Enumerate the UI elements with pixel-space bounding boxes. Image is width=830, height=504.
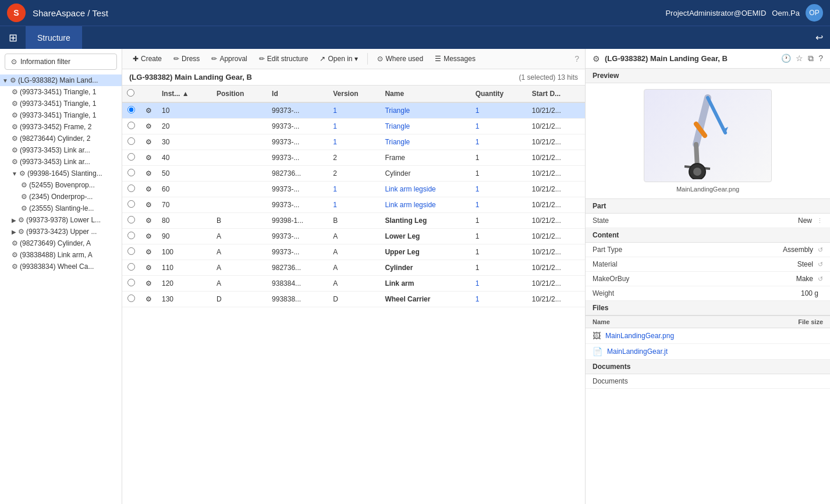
tree-item[interactable]: ▶ ⚙ (99373-3423) Upper ... — [0, 226, 122, 237]
table-row[interactable]: ⚙80B99398-1...BSlanting Leg110/21/2... — [122, 213, 585, 229]
row-id: 993838... — [267, 292, 328, 307]
messages-button[interactable]: ☰ Messages — [430, 52, 480, 65]
select-all-radio[interactable] — [127, 89, 134, 97]
row-radio[interactable] — [127, 169, 135, 176]
table-row[interactable]: ⚙50982736...2Cylinder110/21/2... — [122, 166, 585, 182]
row-radio[interactable] — [127, 200, 135, 208]
row-name[interactable]: Link arm legside — [380, 182, 470, 197]
row-radio[interactable] — [127, 279, 135, 286]
user-name: ProjectAdministrator@OEMID — [665, 9, 766, 17]
row-name[interactable]: Link arm legside — [380, 197, 470, 213]
row-radio[interactable] — [127, 247, 135, 255]
row-quantity[interactable]: 1 — [471, 182, 527, 197]
row-radio[interactable] — [127, 263, 135, 271]
dress-button[interactable]: ✏ Dress — [169, 52, 204, 65]
tree-item[interactable]: ⚙ (52455) Bovenprop... — [0, 179, 122, 191]
tree-item[interactable]: ⚙ (93838488) Link arm, A — [0, 249, 122, 261]
row-quantity[interactable]: 1 — [471, 292, 527, 307]
row-radio[interactable] — [127, 294, 135, 302]
nav-back-icon[interactable]: ↩ — [815, 32, 830, 43]
file-name[interactable]: MainLandingGear.png — [605, 332, 776, 340]
row-version[interactable]: 1 — [328, 102, 380, 119]
tree-item-slanting[interactable]: ▼ ⚙ (99398-1645) Slanting... — [0, 168, 122, 179]
tree-item-label: (23555) Slanting-le... — [29, 204, 94, 212]
row-quantity[interactable]: 1 — [471, 276, 527, 292]
gear-icon: ⚙ — [10, 76, 16, 84]
row-quantity[interactable]: 1 — [471, 102, 527, 119]
table-row[interactable]: ⚙4099373-...2Frame110/21/2... — [122, 150, 585, 166]
table-row[interactable]: ⚙120A938384...ALink arm110/21/2... — [122, 276, 585, 292]
property-history-icon[interactable]: ↺ — [818, 275, 823, 283]
detail-header: ⚙ (LG-938382) Main Landing Gear, B 🕐 ☆ ⧉… — [586, 49, 830, 69]
help-icon[interactable]: ? — [818, 54, 823, 63]
table-row[interactable]: ⚙6099373-...1Link arm legside110/21/2... — [122, 182, 585, 197]
row-version[interactable]: 1 — [328, 197, 380, 213]
where-used-button[interactable]: ⊙ Where used — [373, 52, 428, 65]
row-radio[interactable] — [127, 184, 135, 192]
row-radio[interactable] — [127, 137, 135, 145]
table-row[interactable]: ⚙3099373-...1Triangle110/21/2... — [122, 134, 585, 150]
grid-button[interactable]: ⊞ — [0, 26, 26, 49]
edit-structure-button[interactable]: ✏ Edit structure — [254, 52, 313, 65]
tree-item[interactable]: ⚙ (99383834) Wheel Ca... — [0, 261, 122, 272]
row-name[interactable]: Triangle — [380, 119, 470, 134]
row-name[interactable]: Triangle — [380, 134, 470, 150]
tree-item[interactable]: ▶ ⚙ (99373-9378) Lower L... — [0, 214, 122, 226]
row-version[interactable]: 1 — [328, 182, 380, 197]
row-radio[interactable] — [127, 232, 135, 239]
open-in-button[interactable]: ↗ Open in ▾ — [315, 52, 363, 65]
table-row[interactable]: ⚙100A99373-...AUpper Leg110/21/2... — [122, 244, 585, 260]
table-row[interactable]: ⚙7099373-...1Link arm legside110/21/2... — [122, 197, 585, 213]
create-button[interactable]: ✚ Create — [128, 52, 166, 65]
col-inst[interactable]: Inst... ▲ — [157, 86, 212, 102]
row-radio[interactable] — [127, 216, 135, 223]
row-radio[interactable] — [127, 153, 135, 161]
gear-icon: ⚙ — [12, 158, 18, 166]
panel-header: (LG-938382) Main Landing Gear, B (1 sele… — [122, 69, 585, 86]
table-row[interactable]: ⚙130D993838...DWheel Carrier110/21/2... — [122, 292, 585, 307]
avatar[interactable]: OP — [806, 4, 823, 22]
tree-item[interactable]: ⚙ (99373-3451) Triangle, 1 — [0, 86, 122, 98]
tree-item[interactable]: ⚙ (99373-3451) Triangle, 1 — [0, 109, 122, 121]
files-col-size: File size — [776, 318, 823, 325]
property-history-icon[interactable]: ↺ — [818, 246, 823, 254]
collapse-arrow: ▼ — [2, 77, 8, 84]
row-name[interactable]: Triangle — [380, 102, 470, 119]
table-row[interactable]: ⚙1099373-...1Triangle110/21/2... — [122, 102, 585, 119]
file-name[interactable]: MainLandingGear.jt — [607, 347, 776, 356]
row-quantity[interactable]: 1 — [471, 119, 527, 134]
tree-item[interactable]: ⚙ (99373-3453) Link ar... — [0, 156, 122, 168]
row-radio[interactable] — [127, 106, 135, 113]
row-name: Frame — [380, 150, 470, 166]
help-icon[interactable]: ? — [574, 54, 579, 63]
tree-item[interactable]: ⚙ (2345) Onderprop-... — [0, 191, 122, 203]
app-logo[interactable]: S — [7, 3, 26, 22]
copy-icon[interactable]: ⧉ — [808, 54, 814, 63]
tree-item[interactable]: ⚙ (98273649) Cylinder, A — [0, 237, 122, 249]
tree-item[interactable]: ⚙ (99373-3451) Triangle, 1 — [0, 98, 122, 109]
star-icon[interactable]: ☆ — [796, 54, 803, 63]
tree-item[interactable]: ⚙ (99373-3452) Frame, 2 — [0, 121, 122, 133]
row-version[interactable]: 1 — [328, 119, 380, 134]
info-filter-button[interactable]: ⊙ Information filter — [5, 54, 117, 70]
clock-icon[interactable]: 🕐 — [781, 54, 791, 63]
row-radio[interactable] — [127, 122, 135, 129]
tree-item[interactable]: ⚙ (99373-3453) Link ar... — [0, 144, 122, 156]
table-row[interactable]: ⚙110A982736...ACylinder110/21/2... — [122, 260, 585, 276]
tree-item[interactable]: ⚙ (23555) Slanting-le... — [0, 203, 122, 214]
structure-tab[interactable]: Structure — [26, 26, 83, 49]
col-icon — [140, 86, 157, 102]
approval-button[interactable]: ✏ Approval — [207, 52, 251, 65]
row-quantity[interactable]: 1 — [471, 134, 527, 150]
tree-item-root[interactable]: ▼ ⚙ (LG-938382) Main Land... — [0, 74, 122, 86]
row-quantity[interactable]: 1 — [471, 197, 527, 213]
gear-icon: ⚙ — [21, 181, 27, 189]
row-version[interactable]: 1 — [328, 134, 380, 150]
row-position — [212, 134, 267, 150]
state-menu-icon[interactable]: ⋮ — [817, 217, 823, 225]
row-start-date: 10/21/2... — [527, 182, 585, 197]
table-row[interactable]: ⚙90A99373-...ALower Leg110/21/2... — [122, 229, 585, 244]
table-row[interactable]: ⚙2099373-...1Triangle110/21/2... — [122, 119, 585, 134]
property-history-icon[interactable]: ↺ — [818, 261, 823, 268]
tree-item[interactable]: ⚙ (98273644) Cylinder, 2 — [0, 133, 122, 144]
